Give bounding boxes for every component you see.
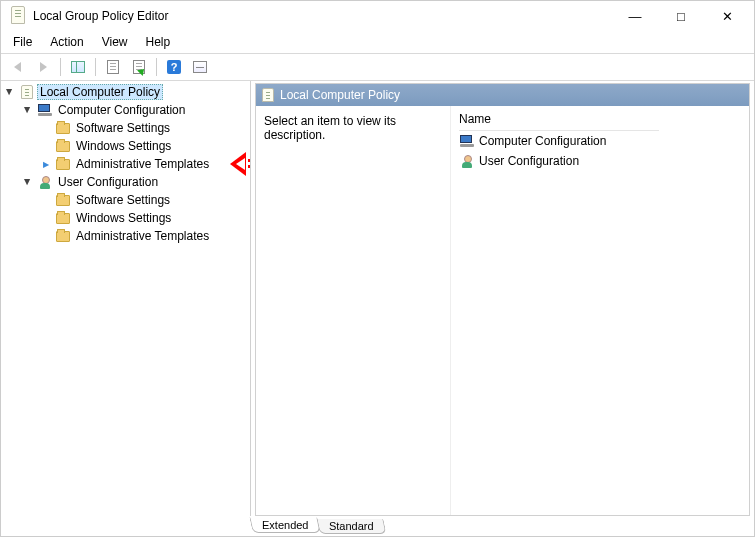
- tree-cc-software-settings[interactable]: Software Settings: [37, 119, 250, 137]
- tree-label: Local Computer Policy: [37, 84, 163, 100]
- tree-label: Software Settings: [73, 193, 173, 207]
- properties-button[interactable]: [101, 56, 125, 78]
- menu-help[interactable]: Help: [138, 33, 179, 51]
- list-item-label: User Configuration: [479, 154, 579, 168]
- tab-label: Extended: [262, 519, 308, 531]
- computer-icon: [459, 133, 475, 149]
- toolbar: ?: [1, 53, 754, 81]
- computer-icon: [37, 102, 53, 118]
- list-item-label: Computer Configuration: [479, 134, 606, 148]
- close-button[interactable]: ✕: [704, 1, 750, 31]
- menu-view[interactable]: View: [94, 33, 136, 51]
- main-area: Local Computer Policy Computer Configura…: [1, 81, 754, 516]
- tree-pane[interactable]: Local Computer Policy Computer Configura…: [1, 81, 251, 516]
- show-hide-tree-button[interactable]: [66, 56, 90, 78]
- folder-icon: [55, 210, 71, 226]
- expand-toggle[interactable]: [3, 87, 17, 98]
- export-list-button[interactable]: [127, 56, 151, 78]
- content-header: Local Computer Policy: [256, 84, 749, 106]
- expand-toggle[interactable]: [39, 213, 53, 224]
- toolbar-separator: [60, 58, 61, 76]
- arrow-left-icon: [14, 62, 21, 72]
- tree-uc-administrative-templates[interactable]: Administrative Templates: [37, 227, 250, 245]
- minimize-button[interactable]: —: [612, 1, 658, 31]
- tree-label: Windows Settings: [73, 211, 174, 225]
- help-icon: ?: [167, 60, 181, 74]
- sheet-icon: [107, 60, 119, 74]
- list-column: Name Computer Configuration User Configu…: [451, 106, 749, 515]
- scroll-icon: [19, 84, 35, 100]
- content-title: Local Computer Policy: [280, 88, 400, 102]
- folder-icon: [55, 120, 71, 136]
- tab-label: Standard: [329, 520, 374, 532]
- tree-label: Computer Configuration: [55, 103, 188, 117]
- tab-extended[interactable]: Extended: [249, 517, 321, 533]
- folder-icon: [55, 138, 71, 154]
- toolbar-separator: [156, 58, 157, 76]
- expand-toggle[interactable]: [39, 231, 53, 242]
- tree-label: Administrative Templates: [73, 157, 212, 171]
- user-icon: [459, 153, 475, 169]
- tree-root-local-computer-policy[interactable]: Local Computer Policy: [1, 83, 250, 101]
- tree-label: User Configuration: [55, 175, 161, 189]
- app-icon: [11, 6, 27, 26]
- maximize-button[interactable]: □: [658, 1, 704, 31]
- tree-label: Windows Settings: [73, 139, 174, 153]
- forward-button: [31, 56, 55, 78]
- tree-panel-icon: [71, 61, 85, 73]
- expand-toggle[interactable]: [21, 177, 35, 188]
- folder-icon: [55, 192, 71, 208]
- expand-toggle[interactable]: [39, 159, 53, 170]
- tree-user-configuration[interactable]: User Configuration: [19, 173, 250, 191]
- tree-uc-software-settings[interactable]: Software Settings: [37, 191, 250, 209]
- tree-label: Software Settings: [73, 121, 173, 135]
- list-item-user-configuration[interactable]: User Configuration: [459, 151, 741, 171]
- expand-toggle[interactable]: [21, 105, 35, 116]
- folder-icon: [55, 228, 71, 244]
- description-column: Select an item to view its description.: [256, 106, 451, 515]
- toolbar-separator: [95, 58, 96, 76]
- window-title: Local Group Policy Editor: [33, 9, 168, 23]
- tree-computer-configuration[interactable]: Computer Configuration: [19, 101, 250, 119]
- content-pane: Local Computer Policy Select an item to …: [255, 83, 750, 516]
- list-item-computer-configuration[interactable]: Computer Configuration: [459, 131, 741, 151]
- title-bar: Local Group Policy Editor — □ ✕: [1, 1, 754, 31]
- tree-cc-windows-settings[interactable]: Windows Settings: [37, 137, 250, 155]
- arrow-right-icon: [40, 62, 47, 72]
- expand-toggle[interactable]: [39, 141, 53, 152]
- menu-action[interactable]: Action: [42, 33, 91, 51]
- export-icon: [133, 60, 145, 74]
- help-button[interactable]: ?: [162, 56, 186, 78]
- expand-toggle[interactable]: [39, 195, 53, 206]
- tab-bar: Extended Standard: [1, 514, 754, 534]
- tree-uc-windows-settings[interactable]: Windows Settings: [37, 209, 250, 227]
- menu-file[interactable]: File: [5, 33, 40, 51]
- user-icon: [37, 174, 53, 190]
- back-button: [5, 56, 29, 78]
- menu-bar: File Action View Help: [1, 31, 754, 53]
- column-header-name[interactable]: Name: [459, 110, 659, 131]
- description-text: Select an item to view its description.: [264, 114, 396, 142]
- folder-icon: [55, 156, 71, 172]
- filter-icon: [193, 61, 207, 73]
- tab-standard[interactable]: Standard: [317, 519, 387, 534]
- expand-toggle[interactable]: [39, 123, 53, 134]
- scroll-icon: [262, 88, 274, 102]
- tree-cc-administrative-templates[interactable]: Administrative Templates: [37, 155, 250, 173]
- filter-button[interactable]: [188, 56, 212, 78]
- tree-label: Administrative Templates: [73, 229, 212, 243]
